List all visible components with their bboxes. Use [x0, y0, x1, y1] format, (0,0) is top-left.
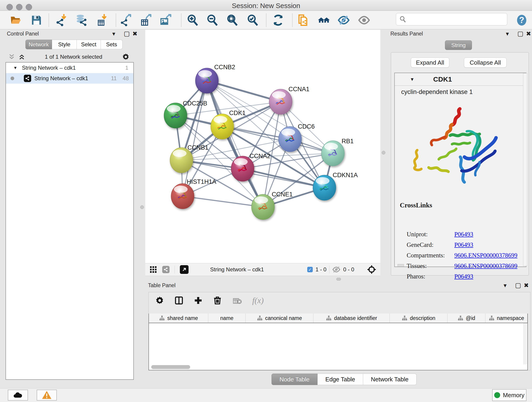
- float-panel-icon[interactable]: ▾: [112, 30, 115, 37]
- close-panel-icon[interactable]: ✖: [133, 30, 138, 37]
- network-label: String Network – cdk1: [34, 75, 88, 82]
- memory-button[interactable]: Memory: [492, 389, 526, 401]
- zoom-in-icon[interactable]: [186, 14, 199, 26]
- network-canvas[interactable]: CCNB2CCNA1CDC25BCDK1CDC6RB1CCNB1CCNA2CDK…: [145, 30, 380, 263]
- shared-column-icon: [489, 315, 495, 321]
- birds-eye-view-icon[interactable]: [180, 265, 189, 274]
- warnings-button[interactable]: [37, 390, 57, 401]
- export-image-icon[interactable]: [160, 14, 172, 26]
- network-node-CCNB1[interactable]: CCNB1: [170, 144, 209, 173]
- tab-style[interactable]: Style: [52, 40, 77, 49]
- float-panel-icon[interactable]: ▾: [504, 282, 507, 289]
- collapse-all-icon[interactable]: [8, 53, 15, 60]
- string-network-icon: [24, 75, 31, 82]
- delete-table-icon[interactable]: [232, 296, 242, 305]
- network-node-CDK1[interactable]: CDK1: [211, 109, 246, 139]
- search-input[interactable]: [406, 16, 503, 23]
- refresh-icon[interactable]: [272, 14, 284, 26]
- collapse-all-button[interactable]: Collapse All: [464, 57, 507, 68]
- current-network-dot-icon: [11, 77, 14, 80]
- zoom-selected-icon[interactable]: [247, 14, 259, 26]
- import-network-file-icon[interactable]: [56, 14, 68, 26]
- shared-column-icon: [402, 315, 408, 321]
- expand-all-icon[interactable]: [18, 53, 25, 60]
- shared-column-icon: [159, 315, 165, 321]
- column-header-name[interactable]: name: [208, 313, 246, 323]
- table-tab-node-table[interactable]: Node Table: [272, 374, 317, 385]
- home-icon[interactable]: [317, 14, 330, 26]
- cloud-button[interactable]: [8, 390, 28, 401]
- expand-all-button[interactable]: Expand All: [411, 57, 449, 68]
- table-vertical-scrollbar[interactable]: [524, 323, 527, 364]
- network-node-CCNB2[interactable]: CCNB2: [196, 64, 235, 93]
- export-network-icon[interactable]: [120, 14, 133, 26]
- table-options-gear-icon[interactable]: [155, 296, 164, 305]
- show-columns-icon[interactable]: [174, 296, 184, 305]
- results-panel-tabs: String: [445, 40, 472, 50]
- string-view-icon[interactable]: [162, 266, 170, 273]
- save-session-icon[interactable]: [30, 14, 43, 26]
- table-tab-edge-table[interactable]: Edge Table: [317, 374, 363, 385]
- function-builder-icon[interactable]: f(x): [252, 296, 264, 305]
- table-tab-network-table[interactable]: Network Table: [363, 374, 417, 385]
- close-panel-icon[interactable]: ✖: [524, 282, 529, 289]
- crosslink-value-link[interactable]: P06493: [454, 273, 473, 280]
- close-panel-icon[interactable]: ✖: [526, 30, 531, 37]
- network-node-RB1[interactable]: RB1: [322, 138, 354, 166]
- crosslink-value-link[interactable]: P06493: [454, 241, 473, 249]
- hide-graphics-details-icon[interactable]: [358, 14, 370, 26]
- right-splitter-handle[interactable]: [382, 151, 385, 154]
- control-panel: Control Panel ▾ ▢ ✖ Network Style Select…: [3, 30, 136, 387]
- network-node-CCNA1[interactable]: CCNA1: [269, 86, 310, 114]
- tab-string[interactable]: String: [445, 40, 472, 50]
- float-panel-icon[interactable]: ▾: [506, 30, 509, 37]
- column-header-database-identifier[interactable]: database identifier: [313, 313, 390, 323]
- open-session-icon[interactable]: [10, 14, 22, 26]
- import-table-icon[interactable]: [96, 14, 109, 26]
- column-header-@id[interactable]: @id: [447, 313, 486, 323]
- window-title: Session: New Session: [0, 2, 532, 10]
- export-table-icon[interactable]: [140, 14, 152, 26]
- network-node-CDKN1A[interactable]: CDKN1A: [313, 172, 358, 200]
- crosslink-value-link[interactable]: 9606.ENSP00000378699: [454, 262, 517, 269]
- help-icon[interactable]: ?: [515, 14, 528, 26]
- zoom-out-icon[interactable]: [206, 14, 219, 26]
- network-node-HIST1H1A[interactable]: HIST1H1A: [171, 178, 216, 209]
- table-header-row: shared namenamecanonical namedatabase id…: [149, 313, 527, 323]
- clone-network-icon[interactable]: [297, 14, 309, 26]
- tab-select[interactable]: Select: [77, 40, 101, 49]
- show-graphics-details-icon[interactable]: [337, 14, 350, 26]
- column-header-canonical-name[interactable]: canonical name: [246, 313, 313, 323]
- selected-counts: 1 - 0: [316, 266, 326, 273]
- crosshair-icon[interactable]: [367, 265, 376, 274]
- column-header-namespace[interactable]: namespace: [486, 313, 527, 323]
- grid-view-icon[interactable]: [149, 266, 157, 274]
- maximize-panel-icon[interactable]: ▢: [517, 30, 523, 37]
- entry-caret-icon[interactable]: ▼: [410, 77, 414, 82]
- network-options-gear-icon[interactable]: [122, 53, 130, 61]
- selected-checkbox-icon[interactable]: ✓: [307, 267, 313, 272]
- collection-caret-icon[interactable]: ▼: [13, 65, 17, 70]
- crosslink-value-link[interactable]: P06493: [454, 231, 473, 238]
- hidden-eye-icon[interactable]: [332, 265, 341, 274]
- bottom-splitter-handle[interactable]: [336, 278, 341, 281]
- network-collection-row[interactable]: ▼ String Network – cdk1 1: [6, 63, 133, 73]
- results-vertical-scrollbar[interactable]: [523, 73, 527, 266]
- column-header-description[interactable]: description: [390, 313, 447, 323]
- add-column-icon[interactable]: [194, 296, 203, 305]
- tab-sets[interactable]: Sets: [101, 40, 123, 49]
- maximize-panel-icon[interactable]: ▢: [124, 30, 130, 37]
- delete-column-icon[interactable]: [213, 296, 222, 305]
- import-network-database-icon[interactable]: [75, 14, 88, 26]
- search-box[interactable]: [396, 13, 507, 26]
- network-row-selected[interactable]: String Network – cdk1 11 48: [6, 73, 133, 84]
- tab-network[interactable]: Network: [25, 40, 52, 49]
- crosslink-value-link[interactable]: 9606.ENSP00000378699: [454, 252, 517, 259]
- crosslink-row: Tissues:9606.ENSP00000378699: [407, 262, 526, 269]
- table-horizontal-scrollbar[interactable]: [151, 365, 190, 369]
- zoom-fit-icon[interactable]: [226, 14, 239, 26]
- maximize-panel-icon[interactable]: ▢: [515, 281, 521, 289]
- column-header-shared-name[interactable]: shared name: [149, 313, 208, 323]
- left-splitter-handle[interactable]: [140, 205, 144, 209]
- crosslink-label: Pharos:: [407, 273, 454, 280]
